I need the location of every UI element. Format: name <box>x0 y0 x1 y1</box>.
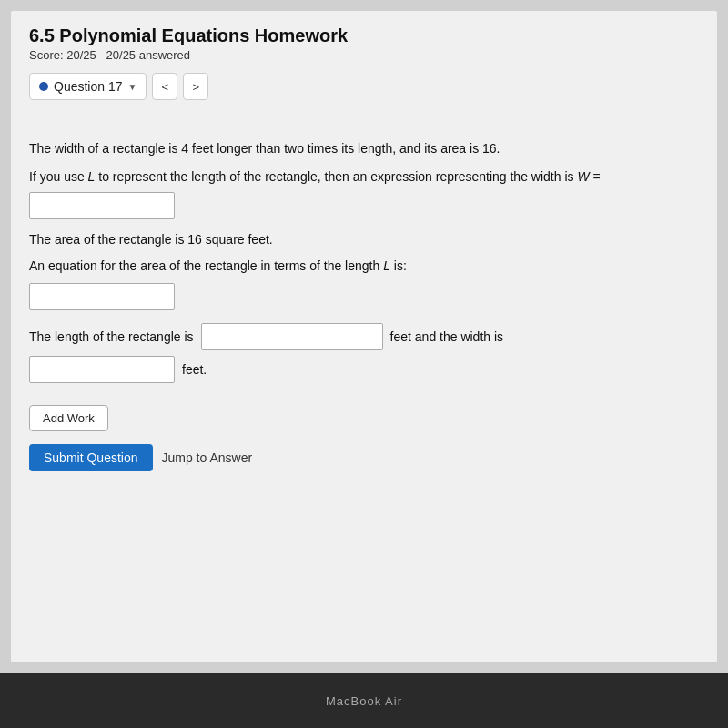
width-row: feet. <box>29 356 699 383</box>
taskbar: MacBook Air <box>0 673 728 728</box>
width-expression-row: If you use L to represent the length of … <box>29 167 699 219</box>
width-suffix: feet. <box>182 360 207 379</box>
question-selector[interactable]: Question 17 ▼ <box>29 73 147 100</box>
area-statement: The area of the rectangle is 16 square f… <box>29 230 699 249</box>
submit-question-button[interactable]: Submit Question <box>29 444 153 471</box>
length-row: The length of the rectangle is feet and … <box>29 323 699 350</box>
length-input[interactable] <box>201 323 383 350</box>
question-status-dot <box>39 82 48 91</box>
bottom-action-row: Submit Question Jump to Answer <box>29 444 699 471</box>
jump-to-answer-button[interactable]: Jump to Answer <box>162 450 253 465</box>
question-nav: Question 17 ▼ < > <box>29 73 699 111</box>
equation-label: An equation for the area of the rectangl… <box>29 257 699 276</box>
prev-question-button[interactable]: < <box>152 73 177 100</box>
length-prefix: The length of the rectangle is <box>29 328 194 347</box>
next-question-button[interactable]: > <box>183 73 208 100</box>
width-expression-input[interactable] <box>29 192 175 219</box>
length-suffix: feet and the width is <box>390 328 504 347</box>
equation-input[interactable] <box>29 283 175 310</box>
width-input[interactable] <box>29 356 175 383</box>
question-label: Question 17 <box>54 79 123 94</box>
add-work-button[interactable]: Add Work <box>29 405 108 431</box>
width-prefix-text: If you use L to represent the length of … <box>29 167 601 187</box>
score-line: Score: 20/25 20/25 answered <box>29 48 699 62</box>
dropdown-icon: ▼ <box>128 82 137 92</box>
page-title: 6.5 Polynomial Equations Homework <box>29 25 699 46</box>
divider <box>29 126 699 126</box>
mac-label: MacBook Air <box>326 694 402 708</box>
problem-statement: The width of a rectangle is 4 feet longe… <box>29 139 699 158</box>
